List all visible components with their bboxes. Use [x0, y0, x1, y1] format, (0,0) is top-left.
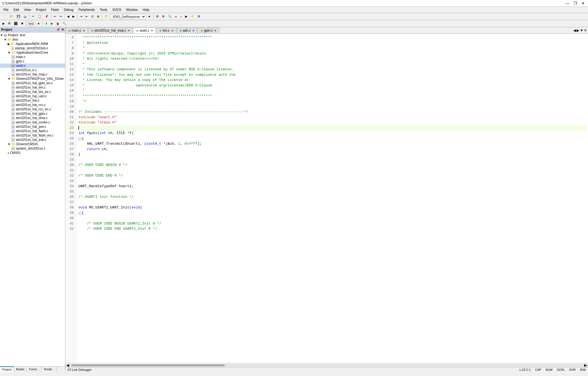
save-btn[interactable]: 💾: [15, 14, 22, 19]
menu-item-file[interactable]: File: [1, 7, 11, 12]
tree-item-hal-c[interactable]: ⊕stm32f1xx_hal.c: [0, 98, 65, 103]
record-btn[interactable]: ●: [174, 14, 178, 19]
tree-item-hal-exti[interactable]: ⊕stm32f1xx_hal_exti.c: [0, 138, 65, 142]
debug1-btn[interactable]: ⚙: [155, 14, 160, 19]
tree-item-hal-gpio[interactable]: ⊕stm32f1xx_hal_gpio.c: [0, 111, 65, 116]
undo-btn[interactable]: ↩: [52, 14, 57, 19]
new-file-btn[interactable]: 📄: [1, 14, 8, 19]
tab-close-tim-c-tab[interactable]: ✕: [171, 29, 173, 32]
menu-item-help[interactable]: Help: [140, 7, 152, 12]
editor-tab-usart-c-tab[interactable]: ⊕usart.c✕: [133, 28, 156, 34]
scroll-thumb[interactable]: [71, 364, 225, 366]
redo-btn[interactable]: ↪: [58, 14, 63, 19]
rebuild-btn[interactable]: ⚒: [7, 21, 12, 26]
tab-scroll-right[interactable]: ▶: [577, 28, 579, 32]
tree-item-main-c[interactable]: ⊕main.c: [0, 55, 65, 59]
open-btn[interactable]: 📂: [8, 14, 15, 19]
stop-btn[interactable]: ○: [179, 14, 183, 19]
editor-tab-tim-c-tab[interactable]: ⊕tim.c✕: [156, 28, 176, 33]
tool1-btn[interactable]: 🔧: [61, 21, 68, 26]
tree-item-project-root[interactable]: ▼🗂Project: test: [0, 33, 65, 37]
build-btn[interactable]: ⬛: [13, 21, 19, 26]
tab-list[interactable]: ▼: [580, 28, 583, 32]
horizontal-scrollbar[interactable]: ◀ ▶: [65, 363, 588, 367]
sidebar-tab-funct[interactable]: Funct...: [27, 366, 42, 372]
tree-item-gpio-c[interactable]: ⊕gpio.c: [0, 59, 65, 63]
tree-item-drivers-stm32[interactable]: ▼📁Drivers/STM32F1xx_HAL_Driver: [0, 77, 65, 81]
sidebar-close[interactable]: ✕: [61, 28, 64, 32]
menu-item-edit[interactable]: Edit: [11, 7, 21, 12]
editor-tab-gpio-c-tab[interactable]: ⊕gpio.c✕: [198, 28, 219, 33]
function-combo[interactable]: SDIO_GetResponse: [110, 14, 146, 19]
tree-item-hal-uart[interactable]: ⊕stm32f1xx_hal_uart.c: [0, 94, 65, 98]
open-target-btn[interactable]: 📁: [103, 14, 110, 19]
scroll-right-btn[interactable]: ▶: [583, 363, 588, 368]
tab-close-gpio-c-tab[interactable]: ✕: [214, 29, 216, 32]
tree-item-app-user-core[interactable]: ▼📁Application/User/Core: [0, 50, 65, 55]
tab-close-main-c-tab[interactable]: ✕: [83, 29, 85, 32]
paste-btn[interactable]: 📌: [43, 14, 50, 19]
tab-close-stm32-hal-msp-tab[interactable]: ✕: [128, 29, 130, 32]
tree-item-test-folder[interactable]: ▼📁test: [0, 37, 65, 42]
tree-item-hal-pwr[interactable]: ⊕stm32f1xx_hal_pwr.c: [0, 125, 65, 129]
cut-btn[interactable]: ✂: [30, 14, 36, 19]
tab-close-all[interactable]: ✕: [584, 28, 587, 32]
combo-go-btn[interactable]: ▼: [146, 14, 152, 19]
tree-item-hal-rcc[interactable]: ⊕stm32f1xx_hal_rcc.c: [0, 103, 65, 107]
indent-btn[interactable]: ⇥: [78, 14, 84, 19]
nav-fwd-btn[interactable]: ▶: [71, 14, 76, 19]
tree-item-hal-rcc-ex[interactable]: ⊕stm32f1xx_hal_rcc_ex.c: [0, 107, 65, 111]
collapse-box-25[interactable]: −: [78, 138, 81, 140]
download-btn[interactable]: ⬇: [44, 21, 49, 26]
tree-item-hal-dma[interactable]: ⊕stm32f1xx_hal_dma.c: [0, 116, 65, 120]
clear-btn[interactable]: 🗑: [55, 21, 61, 26]
tree-item-drivers-cmsis[interactable]: ▼📁Drivers/CMSIS: [0, 142, 65, 146]
code-content[interactable]: ****************************************…: [76, 34, 588, 363]
menu-item-view[interactable]: View: [22, 7, 33, 12]
tree-item-stm32f1xx-it[interactable]: ⊕stm32f1xx_it.c: [0, 68, 65, 72]
bkpt-btn[interactable]: ⊙: [90, 14, 95, 19]
tree-item-app-mdk[interactable]: ▶📁Application/MDK-ARM: [0, 42, 65, 46]
menu-item-debug[interactable]: Debug: [62, 7, 76, 12]
stop-build-btn[interactable]: ✖: [20, 21, 25, 26]
unindent-btn[interactable]: ⇤: [84, 14, 89, 19]
sidebar-tab-project[interactable]: Project: [0, 366, 14, 372]
menu-item-project[interactable]: Project: [34, 7, 48, 12]
tree-item-usart-c[interactable]: ⊕usart.c: [0, 63, 65, 68]
sidebar-tab-templ[interactable]: Templ...: [42, 366, 57, 372]
target-config-btn[interactable]: ▼: [36, 21, 41, 26]
start-debug-btn[interactable]: ▶: [50, 21, 54, 26]
tree-item-hal-tim-ex[interactable]: ⊕stm32f1xx_hal_tim_ex.c: [0, 90, 65, 94]
save-all-btn[interactable]: 🗂: [22, 14, 28, 19]
settings-btn[interactable]: ⚙: [196, 14, 202, 19]
tree-item-system-stm32[interactable]: ⊕system_stm32f1xx.c: [0, 146, 65, 151]
menu-item-window[interactable]: Window: [124, 7, 140, 12]
maximize-button[interactable]: ❐: [572, 1, 578, 5]
sidebar-tab-books[interactable]: Books: [14, 366, 27, 372]
editor-tab-main-c-tab[interactable]: ⊕main.c✕: [65, 28, 88, 33]
flash-btn[interactable]: ⚡: [189, 14, 196, 19]
minimize-button[interactable]: —: [564, 1, 570, 5]
sidebar-pin[interactable]: 📌: [56, 28, 60, 32]
scroll-left-btn[interactable]: ◀: [65, 363, 70, 368]
nav-back-btn[interactable]: ◀: [66, 14, 71, 19]
menu-item-peripherals[interactable]: Peripherals: [76, 7, 97, 12]
menu-item-flash[interactable]: Flash: [49, 7, 61, 12]
close-button[interactable]: ✕: [580, 1, 586, 5]
editor-tab-adc-c-tab[interactable]: ⊕adc.c✕: [177, 28, 198, 33]
menu-item-tools[interactable]: Tools: [98, 7, 110, 12]
tab-close-usart-c-tab[interactable]: ✕: [151, 29, 153, 32]
copy-btn[interactable]: 📋: [36, 14, 43, 19]
code-editor[interactable]: 6789101112131415161718192021222324252627…: [65, 34, 588, 363]
tab-close-adc-c-tab[interactable]: ✕: [192, 29, 194, 32]
menu-item-svcs[interactable]: SVCS: [110, 7, 124, 12]
collapse-box-39[interactable]: −: [78, 212, 81, 215]
translate-btn[interactable]: ▶: [1, 21, 6, 26]
bkpt-all-btn[interactable]: ⊗: [96, 14, 101, 19]
tree-item-hal-flash[interactable]: ⊕stm32f1xx_hal_flash.c: [0, 129, 65, 133]
editor-tab-stm32-hal-msp-tab[interactable]: ⊕stm32f1xx_hal_msp.c✕: [88, 28, 133, 33]
scroll-track[interactable]: [71, 364, 582, 366]
tree-item-hal-flash-ex[interactable]: ⊕stm32f1xx_hal_flash_ex.c: [0, 133, 65, 138]
tree-item-stm32f1xx-hal-msp[interactable]: ⊕stm32f1xx_hal_msp.c: [0, 72, 65, 77]
tree-item-startup[interactable]: sstartup_stm32f103xb.s: [0, 46, 65, 50]
